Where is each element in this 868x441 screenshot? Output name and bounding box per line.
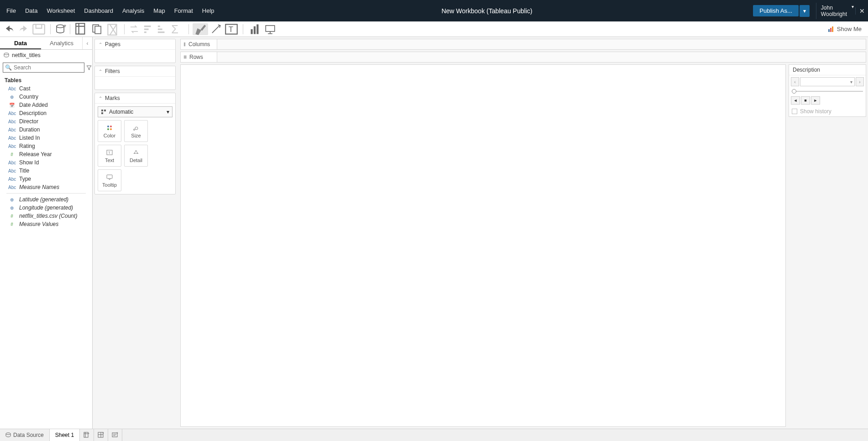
field-show-id[interactable]: AbcShow Id — [0, 158, 92, 167]
field-title[interactable]: AbcTitle — [0, 167, 92, 175]
datasource-row[interactable]: netflix_titles — [0, 50, 92, 61]
mark-size-button[interactable]: Size — [124, 120, 148, 142]
page-value-dropdown[interactable]: ▾ — [800, 77, 855, 86]
stop-button[interactable]: ■ — [801, 96, 810, 105]
filters-header[interactable]: ⌃Filters — [95, 66, 175, 77]
filter-fields-button[interactable] — [86, 63, 92, 72]
field-latitude-generated-[interactable]: ⊕Latitude (generated) — [0, 195, 92, 204]
show-me-button[interactable]: Show Me — [824, 26, 865, 32]
rows-shelf[interactable] — [217, 52, 866, 62]
sort-asc-button[interactable] — [142, 23, 154, 35]
user-first: John — [821, 5, 847, 11]
play-back-button[interactable]: ◄ — [791, 96, 800, 105]
collapse-pane-button[interactable]: ‹ — [82, 37, 92, 49]
new-datasource-button[interactable]: + — [54, 23, 66, 35]
field-country[interactable]: ⊕Country — [0, 93, 92, 101]
new-worksheet-button[interactable] — [74, 23, 89, 35]
field-rating[interactable]: AbcRating — [0, 142, 92, 150]
mark-color-button[interactable]: Color — [98, 120, 121, 142]
menu-dashboard[interactable]: Dashboard — [79, 3, 118, 19]
menu-data[interactable]: Data — [21, 3, 42, 19]
show-history-checkbox[interactable] — [792, 109, 797, 114]
menu-worksheet[interactable]: Worksheet — [42, 3, 79, 19]
mark-text-button[interactable]: TText — [98, 145, 121, 167]
marks-type-dropdown[interactable]: Automatic ▾ — [98, 106, 173, 117]
shelves-column: ⌃Pages ⌃Filters ⌃Marks Automatic ▾ Color… — [93, 37, 178, 429]
field-netflix-titles-csv-count-[interactable]: #netflix_titles.csv (Count) — [0, 212, 92, 220]
menu-map[interactable]: Map — [149, 3, 169, 19]
swap-button[interactable] — [128, 23, 140, 35]
group-button[interactable] — [210, 23, 222, 35]
fit-button[interactable] — [247, 23, 262, 35]
pages-card: ⌃Pages — [94, 39, 176, 63]
menu-format[interactable]: Format — [170, 3, 198, 19]
svg-rect-5 — [95, 26, 101, 33]
field-duration[interactable]: AbcDuration — [0, 126, 92, 134]
field-date-added[interactable]: 📅Date Added — [0, 101, 92, 109]
page-slider[interactable] — [792, 89, 863, 94]
svg-point-24 — [110, 128, 112, 130]
datasource-tab[interactable]: Data Source — [0, 429, 50, 441]
filters-card: ⌃Filters — [94, 66, 176, 90]
field-longitude-generated-[interactable]: ⊕Longitude (generated) — [0, 204, 92, 212]
highlight-button[interactable] — [193, 23, 208, 35]
save-button[interactable] — [31, 23, 47, 35]
show-history-row[interactable]: Show history — [789, 106, 866, 116]
labels-button[interactable]: T — [224, 23, 239, 35]
play-forward-button[interactable]: ► — [811, 96, 820, 105]
publish-dropdown[interactable]: ▾ — [800, 5, 810, 17]
redo-button[interactable] — [17, 23, 29, 35]
field-release-year[interactable]: #Release Year — [0, 150, 92, 158]
marks-body: Automatic ▾ Color Size TText Detail Tool… — [95, 104, 175, 194]
columns-shelf[interactable] — [217, 39, 866, 49]
field-measure-names[interactable]: AbcMeasure Names — [0, 183, 92, 191]
field-description[interactable]: AbcDescription — [0, 109, 92, 117]
field-type[interactable]: AbcType — [0, 175, 92, 183]
pages-header[interactable]: ⌃Pages — [95, 39, 175, 50]
marks-label: Marks — [105, 95, 120, 101]
sheet-tab[interactable]: Sheet 1 — [50, 429, 80, 441]
clear-button[interactable] — [105, 23, 120, 35]
view-canvas[interactable] — [180, 64, 786, 427]
page-prev-button[interactable]: ‹ — [791, 77, 799, 86]
tab-analytics[interactable]: Analytics — [41, 37, 82, 49]
svg-rect-0 — [33, 24, 45, 34]
show-me-label: Show Me — [837, 26, 862, 32]
new-dashboard-tab[interactable]: + — [94, 429, 108, 441]
close-button[interactable]: ✕ — [855, 7, 868, 15]
search-input[interactable] — [14, 64, 82, 71]
tab-data[interactable]: Data — [0, 37, 41, 49]
field-director[interactable]: AbcDirector — [0, 117, 92, 126]
svg-point-26 — [135, 127, 138, 130]
publish-button[interactable]: Publish As... — [753, 5, 799, 16]
mark-detail-button[interactable]: Detail — [124, 145, 148, 167]
presentation-button[interactable] — [264, 23, 276, 35]
menu-analysis[interactable]: Analysis — [118, 3, 149, 19]
app-titlebar: File Data Worksheet Dashboard Analysis M… — [0, 0, 868, 21]
svg-rect-11 — [254, 26, 256, 34]
duplicate-button[interactable] — [91, 23, 103, 35]
slider-knob[interactable] — [792, 89, 796, 94]
data-pane-tabs: Data Analytics ‹ — [0, 37, 92, 50]
workbook-title: New Workbook (Tableau Public) — [221, 0, 753, 21]
menu-help[interactable]: Help — [198, 3, 219, 19]
titlebar-right: Publish As... ▾ John Woolbright ✕ — [753, 0, 868, 21]
new-story-tab[interactable]: + — [108, 429, 122, 441]
page-next-button[interactable]: › — [856, 77, 864, 86]
mark-tooltip-button[interactable]: Tooltip — [98, 169, 121, 191]
new-worksheet-tab[interactable]: + — [80, 429, 94, 441]
totals-button[interactable]: Σ — [169, 23, 185, 35]
field-measure-values[interactable]: #Measure Values — [0, 220, 92, 228]
sort-desc-button[interactable] — [156, 23, 167, 35]
filters-shelf[interactable] — [95, 77, 175, 89]
undo-button[interactable] — [4, 23, 16, 35]
svg-rect-12 — [256, 24, 258, 34]
user-menu[interactable]: John Woolbright — [816, 3, 855, 19]
search-field[interactable]: 🔍 — [3, 63, 84, 73]
field-listed-in[interactable]: AbcListed In — [0, 134, 92, 142]
menu-file[interactable]: File — [2, 3, 21, 19]
pages-shelf[interactable] — [95, 50, 175, 63]
toolbar-separator — [124, 24, 125, 34]
field-cast[interactable]: AbcCast — [0, 84, 92, 93]
marks-header[interactable]: ⌃Marks — [95, 93, 175, 104]
